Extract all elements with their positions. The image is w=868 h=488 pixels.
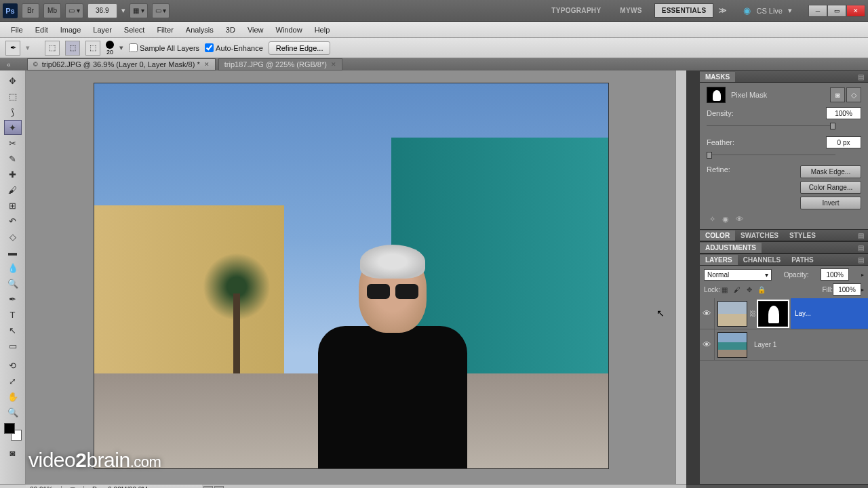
type-tool[interactable]: T	[4, 307, 22, 322]
new-selection-icon[interactable]: ⬚	[45, 41, 60, 56]
lock-all-icon[interactable]: 🔒	[757, 285, 766, 294]
lasso-tool[interactable]: ⟆	[4, 104, 22, 119]
quick-selection-tool[interactable]: ✦	[4, 120, 22, 135]
path-tool[interactable]: ↖	[4, 323, 22, 338]
menu-view[interactable]: View	[242, 24, 269, 35]
color-range-button[interactable]: Color Range...	[800, 181, 861, 194]
opacity-input[interactable]	[821, 268, 849, 281]
horizontal-scrollbar[interactable]: ◂ ▸	[202, 484, 686, 488]
channels-tab[interactable]: CHANNELS	[738, 255, 787, 265]
layer-row[interactable]: 👁 ⛓ Lay...	[700, 298, 868, 329]
shape-tool[interactable]: ▭	[4, 338, 22, 353]
swatches-tab[interactable]: SWATCHES	[735, 230, 784, 241]
refine-edge-button[interactable]: Refine Edge...	[269, 41, 331, 55]
hand-tool[interactable]: ✋	[4, 389, 22, 404]
arrange-dropdown[interactable]: ▦ ▾	[130, 3, 148, 18]
maximize-button[interactable]: ▭	[827, 5, 846, 17]
masks-tab[interactable]: MASKS	[700, 72, 735, 82]
menu-filter[interactable]: Filter	[151, 24, 178, 35]
close-tab-icon[interactable]: ✕	[331, 61, 336, 68]
menu-file[interactable]: File	[5, 24, 28, 35]
invert-button[interactable]: Invert	[800, 197, 861, 209]
bridge-button[interactable]: Br	[22, 3, 39, 18]
layer-thumbnail[interactable]	[717, 301, 747, 327]
minimize-button[interactable]: ─	[808, 5, 827, 17]
color-swatches[interactable]	[4, 423, 22, 441]
menu-edit[interactable]: Edit	[30, 24, 54, 35]
styles-tab[interactable]: STYLES	[784, 230, 821, 241]
mask-thumbnail[interactable]	[758, 301, 788, 327]
fill-input[interactable]	[833, 283, 861, 296]
workspace-more-icon[interactable]: ≫	[719, 6, 727, 15]
workspace-typography[interactable]: TYPOGRAPHY	[545, 4, 608, 17]
menu-layer[interactable]: Layer	[87, 24, 117, 35]
feather-slider[interactable]	[707, 155, 835, 161]
move-tool[interactable]: ✥	[4, 73, 22, 88]
layer-name[interactable]: Lay...	[791, 298, 868, 329]
menu-help[interactable]: Help	[309, 24, 336, 35]
gradient-tool[interactable]: ▬	[4, 245, 22, 260]
brush-preview[interactable]: 20	[106, 41, 114, 56]
lock-transparency-icon[interactable]: ▦	[720, 285, 730, 294]
layer-row[interactable]: 👁 Layer 1	[700, 329, 868, 361]
screen-mode-dropdown[interactable]: ▭ ▾	[65, 3, 83, 18]
document-canvas[interactable]	[94, 83, 609, 469]
layer-thumbnail[interactable]	[717, 332, 747, 358]
feather-input[interactable]	[826, 136, 861, 148]
layers-tab[interactable]: LAYERS	[700, 255, 738, 265]
panel-menu-icon[interactable]: ▤	[854, 73, 868, 81]
menu-select[interactable]: Select	[119, 24, 151, 35]
workspace-essentials[interactable]: ESSENTIALS	[654, 3, 714, 18]
crop-tool[interactable]: ✂	[4, 136, 22, 150]
apply-mask-icon[interactable]: ◉	[722, 215, 729, 224]
menu-3d[interactable]: 3D	[220, 24, 241, 35]
3d-camera-tool[interactable]: ⤢	[4, 373, 22, 388]
panel-menu-icon[interactable]: ▤	[854, 256, 868, 264]
marquee-tool[interactable]: ⬚	[4, 89, 22, 104]
cslive-icon[interactable]: ◉	[743, 5, 751, 16]
menu-window[interactable]: Window	[271, 24, 308, 35]
brush-tool[interactable]: 🖌	[4, 182, 22, 197]
quick-mask-indicator[interactable]: ◙	[0, 484, 26, 488]
history-brush-tool[interactable]: ↶	[4, 214, 22, 228]
workspace-myws[interactable]: MYWS	[613, 4, 648, 17]
healing-tool[interactable]: ✚	[4, 167, 22, 182]
3d-tool[interactable]: ⟲	[4, 358, 22, 373]
visibility-toggle[interactable]: 👁	[700, 329, 715, 360]
lock-pixels-icon[interactable]: 🖌	[732, 285, 742, 294]
tool-preset-icon[interactable]: ✒	[5, 41, 20, 56]
document-tab-1[interactable]: © trip062.JPG @ 36.9% (Layer 0, Layer Ma…	[27, 58, 216, 70]
link-icon[interactable]: ⛓	[749, 310, 756, 317]
minibridge-button[interactable]: Mb	[43, 3, 61, 18]
blend-mode-select[interactable]: Normal▾	[704, 269, 772, 281]
panel-menu-icon[interactable]: ▤	[854, 244, 868, 251]
close-button[interactable]: ✕	[846, 5, 865, 17]
screenlayout-dropdown[interactable]: ▭ ▾	[152, 3, 170, 18]
pen-tool[interactable]: ✒	[4, 291, 22, 306]
paths-tab[interactable]: PATHS	[786, 255, 818, 265]
panel-menu-icon[interactable]: ▤	[854, 232, 868, 239]
quick-mask-toggle[interactable]: ◙	[4, 445, 22, 460]
eraser-tool[interactable]: ◇	[4, 229, 22, 244]
mask-edge-button[interactable]: Mask Edge...	[800, 165, 861, 178]
lock-position-icon[interactable]: ✥	[745, 285, 754, 294]
vertical-scrollbar[interactable]	[675, 70, 686, 484]
color-tab[interactable]: COLOR	[700, 230, 735, 241]
toggle-mask-icon[interactable]: 👁	[736, 215, 743, 224]
collapsed-dock[interactable]	[686, 70, 700, 484]
close-tab-icon[interactable]: ✕	[204, 61, 210, 68]
density-input[interactable]	[826, 107, 861, 119]
dodge-tool[interactable]: 🔍	[4, 276, 22, 291]
load-selection-icon[interactable]: ✧	[709, 215, 715, 224]
auto-enhance-checkbox[interactable]: Auto-Enhance	[205, 43, 263, 52]
cslive-button[interactable]: CS Live	[756, 7, 783, 15]
pixel-mask-button[interactable]: ◙	[830, 87, 845, 102]
zoom-tool[interactable]: 🔍	[4, 405, 22, 420]
adjustments-tab[interactable]: ADJUSTMENTS	[700, 243, 762, 253]
add-selection-icon[interactable]: ⬚	[65, 41, 80, 56]
eyedropper-tool[interactable]: ✎	[4, 151, 22, 166]
zoom-input[interactable]: 36.9	[87, 3, 117, 18]
vector-mask-button[interactable]: ◇	[846, 87, 861, 102]
blur-tool[interactable]: 💧	[4, 260, 22, 275]
layer-name[interactable]: Layer 1	[750, 329, 868, 360]
